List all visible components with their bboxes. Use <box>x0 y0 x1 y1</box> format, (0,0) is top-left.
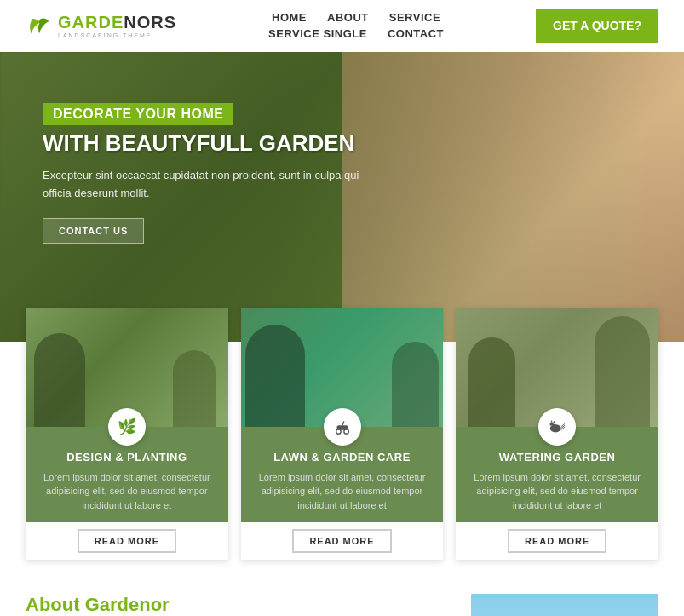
service-icon-water <box>538 408 576 446</box>
svg-line-4 <box>342 421 344 425</box>
logo-tagline: LANDSCAPING THEME <box>58 32 176 38</box>
service-card-body-lawn: LAWN & GARDEN CARE Lorem ipsum dolor sit… <box>241 427 444 523</box>
service-footer-design: READ MORE <box>26 522 228 560</box>
service-title-design: DESIGN & PLANTING <box>37 451 216 463</box>
hero-title: WITH BEAUTYFULL GARDEN <box>43 130 366 157</box>
hero-tag: DECORATE YOUR HOME <box>43 103 233 125</box>
main-nav: HOME ABOUT SERVICE SERVICE SINGLE CONTAC… <box>268 11 444 40</box>
nav-row-1: HOME ABOUT SERVICE <box>272 11 440 24</box>
about-title-plain: About <box>26 594 85 615</box>
watering-can-icon <box>548 417 566 436</box>
read-more-water-button[interactable]: READ MORE <box>508 529 606 553</box>
service-title-lawn: LAWN & GARDEN CARE <box>253 451 432 463</box>
logo-text: GARDENORS LANDSCAPING THEME <box>58 13 176 38</box>
service-card-lawn: LAWN & GARDEN CARE Lorem ipsum dolor sit… <box>241 308 444 561</box>
service-card-body-design: 🌿 DESIGN & PLANTING Lorem ipsum dolor si… <box>26 427 228 523</box>
nav-row-2: SERVICE SINGLE CONTACT <box>268 27 444 40</box>
service-desc-design: Lorem ipsum dolor sit amet, consectetur … <box>37 470 216 513</box>
service-card-water: WATERING GARDEN Lorem ipsum dolor sit am… <box>456 308 658 561</box>
service-icon-design: 🌿 <box>108 408 146 446</box>
read-more-lawn-button[interactable]: READ MORE <box>292 529 391 553</box>
service-footer-water: READ MORE <box>456 522 658 560</box>
service-footer-lawn: READ MORE <box>241 522 444 560</box>
hero-description: Excepteur sint occaecat cupidatat non pr… <box>43 167 366 203</box>
about-section: About Gardenor Excepteur sint occaecat c… <box>0 560 684 616</box>
about-title-green: Gardenor <box>85 594 170 615</box>
nav-home[interactable]: HOME <box>272 11 307 24</box>
about-image <box>471 594 658 616</box>
service-desc-lawn: Lorem ipsum dolor sit amet, consectetur … <box>253 470 432 513</box>
lawn-mower-icon <box>333 417 352 436</box>
nav-service-single[interactable]: SERVICE SINGLE <box>268 27 367 40</box>
service-title-water: WATERING GARDEN <box>468 451 647 463</box>
logo-part1: GARDE <box>58 13 124 32</box>
nav-contact[interactable]: CONTACT <box>388 27 444 40</box>
logo: GARDENORS LANDSCAPING THEME <box>26 12 176 39</box>
logo-leaf-icon <box>26 12 53 39</box>
about-img-sky <box>471 594 658 616</box>
service-card-body-water: WATERING GARDEN Lorem ipsum dolor sit am… <box>456 427 658 523</box>
svg-line-8 <box>554 421 555 423</box>
contact-us-button[interactable]: CONTACT US <box>43 218 144 244</box>
service-desc-water: Lorem ipsum dolor sit amet, consectetur … <box>468 470 647 513</box>
svg-rect-3 <box>336 425 348 430</box>
logo-part2: NORS <box>124 13 176 32</box>
service-icon-lawn <box>324 408 361 446</box>
hero-section: DECORATE YOUR HOME WITH BEAUTYFULL GARDE… <box>0 52 684 342</box>
svg-point-6 <box>550 422 554 425</box>
service-card-design: 🌿 DESIGN & PLANTING Lorem ipsum dolor si… <box>26 308 228 561</box>
get-quote-button[interactable]: GET A QUOTE? <box>536 9 658 43</box>
nav-about[interactable]: ABOUT <box>327 11 369 24</box>
services-section: 🌿 DESIGN & PLANTING Lorem ipsum dolor si… <box>0 308 684 561</box>
hero-content: DECORATE YOUR HOME WITH BEAUTYFULL GARDE… <box>43 103 366 244</box>
logo-title: GARDENORS <box>58 13 176 32</box>
nav-service[interactable]: SERVICE <box>389 11 440 24</box>
read-more-design-button[interactable]: READ MORE <box>78 529 176 553</box>
about-text: About Gardenor Excepteur sint occaecat c… <box>26 594 445 616</box>
about-title: About Gardenor <box>26 594 445 616</box>
header: GARDENORS LANDSCAPING THEME HOME ABOUT S… <box>0 0 684 52</box>
svg-point-5 <box>550 424 561 432</box>
